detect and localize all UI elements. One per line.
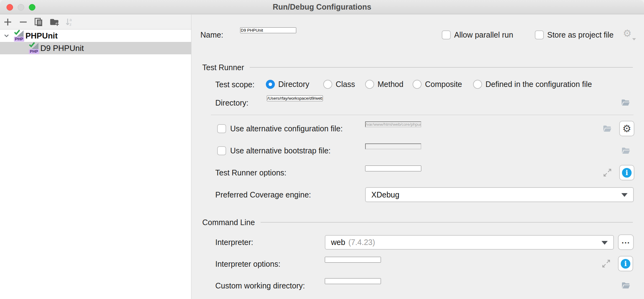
tree-item-label: D9 PHPUnit bbox=[40, 43, 84, 53]
test-runner-options-help-button[interactable]: i bbox=[619, 165, 634, 180]
expand-icon[interactable] bbox=[603, 168, 612, 179]
radio-class[interactable]: Class bbox=[323, 79, 355, 90]
title-bar: Run/Debug Configurations bbox=[0, 0, 644, 14]
interpreter-version: (7.4.23) bbox=[348, 238, 375, 247]
tree-item-phpunit[interactable]: PHP PHPUnit bbox=[0, 29, 191, 42]
separator bbox=[211, 115, 633, 115]
folder-open-icon[interactable] bbox=[621, 280, 631, 292]
radio-composite[interactable]: Composite bbox=[413, 79, 462, 90]
phpunit-run-icon: PHP bbox=[14, 30, 24, 42]
use-alt-bootstrap-checkbox[interactable] bbox=[217, 146, 226, 155]
alt-bootstrap-file-input bbox=[365, 143, 421, 149]
dropdown-arrow-icon bbox=[621, 193, 628, 197]
copy-icon[interactable] bbox=[34, 17, 44, 27]
tree-item-d9-phpunit[interactable]: PHP D9 PHPUnit bbox=[0, 42, 191, 54]
interpreter-label: Interpreter: bbox=[215, 237, 253, 247]
allow-parallel-run-label: Allow parallel run bbox=[454, 29, 513, 40]
new-folder-icon[interactable] bbox=[49, 17, 60, 27]
expand-icon[interactable] bbox=[602, 259, 611, 270]
tree-item-label: PHPUnit bbox=[25, 31, 58, 41]
check-icon bbox=[29, 42, 36, 48]
sidebar-toolbar: a z bbox=[0, 15, 191, 29]
test-runner-section-header: Test Runner bbox=[202, 62, 633, 73]
coverage-engine-label: Preferred Coverage engine: bbox=[215, 189, 311, 200]
store-as-project-file-checkbox[interactable] bbox=[535, 30, 544, 39]
command-line-section-header: Command Line bbox=[202, 217, 633, 228]
alt-configuration-file-input bbox=[365, 121, 421, 127]
info-icon: i bbox=[622, 168, 632, 178]
interpreter-options-help-button[interactable]: i bbox=[618, 256, 633, 271]
add-icon[interactable] bbox=[2, 17, 13, 27]
check-icon bbox=[14, 29, 21, 35]
chevron-down-icon[interactable] bbox=[3, 32, 10, 39]
sort-alphabetically-icon: a z bbox=[65, 17, 75, 27]
radio-directory[interactable]: Directory bbox=[266, 79, 309, 90]
use-alt-bootstrap-label: Use alternative bootstrap file: bbox=[230, 145, 331, 156]
folder-open-icon bbox=[621, 146, 631, 157]
coverage-engine-select[interactable]: XDebug bbox=[365, 187, 634, 202]
gear-icon: ⚙ bbox=[622, 124, 631, 134]
working-directory-label: Custom working directory: bbox=[215, 280, 305, 291]
window-title: Run/Debug Configurations bbox=[0, 2, 644, 11]
interpreter-browse-button[interactable]: ... bbox=[618, 234, 634, 250]
directory-input[interactable] bbox=[267, 95, 323, 101]
radio-defined-in-configuration-file[interactable]: Defined in the configuration file bbox=[473, 79, 592, 90]
interpreter-select[interactable]: web (7.4.23) bbox=[325, 235, 614, 250]
dropdown-arrow-icon bbox=[602, 241, 608, 245]
remove-icon[interactable] bbox=[18, 17, 29, 27]
use-alt-configuration-label: Use alternative configuration file: bbox=[230, 123, 343, 134]
phpunit-run-icon: PHP bbox=[29, 42, 39, 54]
run-debug-configurations-dialog: Run/Debug Configurations bbox=[0, 0, 644, 299]
svg-text:z: z bbox=[69, 22, 72, 27]
configuration-settings-button[interactable]: ⚙ bbox=[619, 121, 634, 136]
name-label: Name: bbox=[200, 29, 223, 40]
test-scope-label: Test scope: bbox=[215, 79, 254, 90]
test-runner-options-label: Test Runner options: bbox=[215, 167, 286, 178]
folder-open-icon bbox=[602, 124, 612, 135]
name-input[interactable] bbox=[240, 27, 296, 33]
working-directory-input[interactable] bbox=[325, 278, 381, 284]
folder-open-icon[interactable] bbox=[620, 97, 630, 109]
radio-method[interactable]: Method bbox=[365, 79, 403, 90]
interpreter-options-label: Interpreter options: bbox=[215, 259, 280, 269]
store-as-project-file-label: Store as project file bbox=[547, 29, 614, 40]
configurations-sidebar: a z PHP PHPUnit PHP D9 PHPUnit bbox=[0, 15, 191, 299]
radio-selected-icon bbox=[266, 80, 275, 89]
gear-icon[interactable]: ⚙ bbox=[623, 29, 635, 41]
test-runner-options-input[interactable] bbox=[365, 165, 421, 171]
directory-label: Directory: bbox=[215, 97, 248, 108]
interpreter-options-input[interactable] bbox=[325, 257, 381, 263]
use-alt-configuration-checkbox[interactable] bbox=[217, 124, 226, 133]
svg-text:a: a bbox=[69, 17, 72, 22]
info-icon: i bbox=[621, 259, 630, 269]
allow-parallel-run-checkbox[interactable] bbox=[442, 30, 451, 39]
